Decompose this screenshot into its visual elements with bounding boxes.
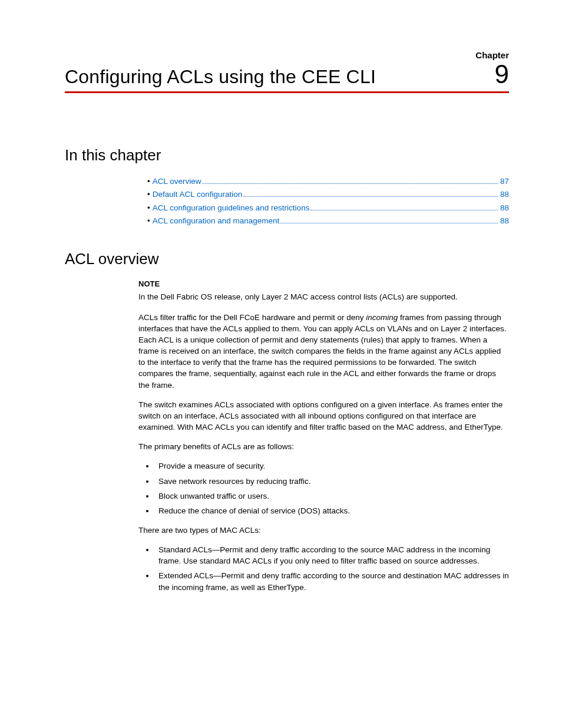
- toc-item: • ACL overview 87: [147, 175, 509, 188]
- chapter-label: Chapter: [65, 50, 509, 60]
- page: Chapter Configuring ACLs using the CEE C…: [0, 0, 562, 637]
- toc-item: • ACL configuration guidelines and restr…: [147, 202, 509, 215]
- toc-link-acl-configuration-management[interactable]: ACL configuration and management: [153, 215, 280, 228]
- red-divider: [65, 91, 509, 93]
- chapter-header: Chapter Configuring ACLs using the CEE C…: [65, 50, 509, 93]
- toc: • ACL overview 87 • Default ACL configur…: [147, 175, 509, 228]
- paragraph: The primary benefits of ACLs are as foll…: [138, 441, 509, 452]
- list-item: Extended ACLs—Permit and deny traffic ac…: [155, 570, 509, 592]
- toc-leader: [310, 210, 498, 210]
- text-run: ACLs filter traffic for the Dell FCoE ha…: [138, 313, 366, 322]
- note-text: In the Dell Fabric OS release, only Laye…: [138, 291, 509, 302]
- chapter-number: 9: [495, 61, 509, 87]
- note-label: NOTE: [138, 279, 509, 289]
- paragraph: ACLs filter traffic for the Dell FCoE ha…: [138, 312, 509, 391]
- toc-leader: [203, 183, 498, 184]
- toc-page[interactable]: 88: [500, 202, 509, 215]
- heading-acl-overview: ACL overview: [65, 250, 509, 268]
- toc-link-acl-configuration-guidelines[interactable]: ACL configuration guidelines and restric…: [153, 202, 310, 215]
- chapter-title: Configuring ACLs using the CEE CLI: [65, 66, 376, 88]
- list-item: Provide a measure of security.: [155, 460, 509, 472]
- types-list: Standard ACLs—Permit and deny traffic ac…: [138, 544, 509, 593]
- toc-leader: [280, 223, 498, 223]
- paragraph: The switch examines ACLs associated with…: [138, 399, 509, 433]
- toc-page[interactable]: 88: [500, 188, 509, 201]
- emphasis: incoming: [366, 313, 398, 322]
- list-item: Reduce the chance of denial of service (…: [155, 505, 509, 516]
- toc-leader: [243, 196, 498, 197]
- toc-link-default-acl-configuration[interactable]: Default ACL configuration: [153, 188, 243, 201]
- body-content: NOTE In the Dell Fabric OS release, only…: [138, 279, 509, 593]
- toc-item: • Default ACL configuration 88: [147, 188, 509, 201]
- toc-item: • ACL configuration and management 88: [147, 215, 509, 228]
- bullet-icon: •: [147, 175, 150, 188]
- toc-page[interactable]: 87: [500, 175, 509, 188]
- toc-page[interactable]: 88: [500, 215, 509, 228]
- bullet-icon: •: [147, 202, 150, 215]
- list-item: Save network resources by reducing traff…: [155, 476, 509, 487]
- list-item: Block unwanted traffic or users.: [155, 490, 509, 502]
- paragraph: There are two types of MAC ACLs:: [138, 525, 509, 536]
- text-run: frames from passing through interfaces t…: [138, 313, 506, 390]
- list-item: Standard ACLs—Permit and deny traffic ac…: [155, 544, 509, 566]
- title-row: Configuring ACLs using the CEE CLI 9: [65, 61, 509, 88]
- bullet-icon: •: [147, 215, 150, 228]
- bullet-icon: •: [147, 188, 150, 201]
- heading-in-this-chapter: In this chapter: [65, 146, 509, 164]
- benefits-list: Provide a measure of security. Save netw…: [138, 460, 509, 516]
- toc-link-acl-overview[interactable]: ACL overview: [153, 175, 201, 188]
